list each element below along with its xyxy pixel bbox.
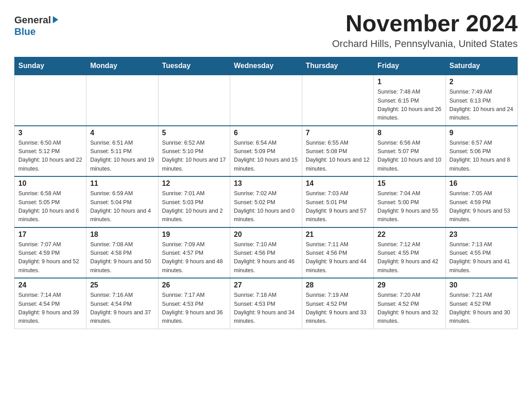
table-row: 10Sunrise: 6:58 AM Sunset: 5:05 PM Dayli… [15, 176, 86, 227]
logo: General Blue [14, 14, 59, 38]
table-row [158, 75, 230, 126]
calendar-week-row: 17Sunrise: 7:07 AM Sunset: 4:59 PM Dayli… [15, 227, 518, 278]
header-thursday: Thursday [302, 57, 373, 75]
calendar-week-row: 24Sunrise: 7:14 AM Sunset: 4:54 PM Dayli… [15, 278, 518, 329]
day-number: 4 [90, 129, 154, 137]
table-row [230, 75, 302, 126]
svg-marker-0 [53, 16, 58, 23]
day-number: 21 [306, 231, 370, 239]
table-row: 21Sunrise: 7:11 AM Sunset: 4:56 PM Dayli… [302, 227, 373, 278]
day-number: 26 [162, 281, 226, 289]
day-info: Sunrise: 7:12 AM Sunset: 4:55 PM Dayligh… [378, 240, 442, 275]
table-row: 16Sunrise: 7:05 AM Sunset: 4:59 PM Dayli… [446, 176, 517, 227]
day-info: Sunrise: 6:54 AM Sunset: 5:09 PM Dayligh… [234, 139, 298, 174]
day-number: 2 [450, 78, 514, 86]
day-number: 1 [378, 78, 442, 86]
day-number: 15 [378, 180, 442, 188]
table-row: 5Sunrise: 6:52 AM Sunset: 5:10 PM Daylig… [158, 126, 230, 177]
day-info: Sunrise: 7:17 AM Sunset: 4:53 PM Dayligh… [162, 291, 226, 326]
day-info: Sunrise: 7:10 AM Sunset: 4:56 PM Dayligh… [234, 240, 298, 275]
day-info: Sunrise: 6:56 AM Sunset: 5:07 PM Dayligh… [378, 139, 442, 174]
day-info: Sunrise: 7:13 AM Sunset: 4:55 PM Dayligh… [450, 240, 514, 275]
day-number: 28 [306, 281, 370, 289]
table-row: 9Sunrise: 6:57 AM Sunset: 5:06 PM Daylig… [446, 126, 517, 177]
day-number: 18 [90, 231, 154, 239]
table-row: 14Sunrise: 7:03 AM Sunset: 5:01 PM Dayli… [302, 176, 373, 227]
weekday-header-row: Sunday Monday Tuesday Wednesday Thursday… [15, 57, 518, 75]
day-info: Sunrise: 7:49 AM Sunset: 6:13 PM Dayligh… [450, 88, 514, 123]
table-row: 25Sunrise: 7:16 AM Sunset: 4:54 PM Dayli… [86, 278, 158, 329]
day-info: Sunrise: 7:07 AM Sunset: 4:59 PM Dayligh… [18, 240, 82, 275]
table-row: 11Sunrise: 6:59 AM Sunset: 5:04 PM Dayli… [86, 176, 158, 227]
day-number: 22 [378, 231, 442, 239]
logo-general-text: General [14, 14, 51, 26]
day-number: 10 [18, 180, 82, 188]
table-row: 3Sunrise: 6:50 AM Sunset: 5:12 PM Daylig… [15, 126, 86, 177]
calendar-week-row: 3Sunrise: 6:50 AM Sunset: 5:12 PM Daylig… [15, 126, 518, 177]
day-number: 30 [450, 281, 514, 289]
header-saturday: Saturday [446, 57, 517, 75]
day-number: 8 [378, 129, 442, 137]
table-row: 2Sunrise: 7:49 AM Sunset: 6:13 PM Daylig… [446, 75, 517, 126]
day-info: Sunrise: 6:58 AM Sunset: 5:05 PM Dayligh… [18, 189, 82, 224]
calendar-week-row: 10Sunrise: 6:58 AM Sunset: 5:05 PM Dayli… [15, 176, 518, 227]
table-row: 26Sunrise: 7:17 AM Sunset: 4:53 PM Dayli… [158, 278, 230, 329]
table-row: 12Sunrise: 7:01 AM Sunset: 5:03 PM Dayli… [158, 176, 230, 227]
table-row [302, 75, 373, 126]
table-row: 6Sunrise: 6:54 AM Sunset: 5:09 PM Daylig… [230, 126, 302, 177]
table-row: 30Sunrise: 7:21 AM Sunset: 4:52 PM Dayli… [446, 278, 517, 329]
header-tuesday: Tuesday [158, 57, 230, 75]
day-info: Sunrise: 6:55 AM Sunset: 5:08 PM Dayligh… [306, 139, 370, 174]
day-number: 7 [306, 129, 370, 137]
table-row: 20Sunrise: 7:10 AM Sunset: 4:56 PM Dayli… [230, 227, 302, 278]
table-row: 22Sunrise: 7:12 AM Sunset: 4:55 PM Dayli… [374, 227, 446, 278]
day-number: 13 [234, 180, 298, 188]
day-number: 17 [18, 231, 82, 239]
header-wednesday: Wednesday [230, 57, 302, 75]
day-number: 9 [450, 129, 514, 137]
header-friday: Friday [374, 57, 446, 75]
day-info: Sunrise: 7:09 AM Sunset: 4:57 PM Dayligh… [162, 240, 226, 275]
day-info: Sunrise: 6:50 AM Sunset: 5:12 PM Dayligh… [18, 139, 82, 174]
day-info: Sunrise: 7:04 AM Sunset: 5:00 PM Dayligh… [378, 189, 442, 224]
day-info: Sunrise: 6:57 AM Sunset: 5:06 PM Dayligh… [450, 139, 514, 174]
table-row: 18Sunrise: 7:08 AM Sunset: 4:58 PM Dayli… [86, 227, 158, 278]
logo-blue-text: Blue [14, 26, 36, 37]
day-info: Sunrise: 6:59 AM Sunset: 5:04 PM Dayligh… [90, 189, 154, 224]
day-info: Sunrise: 7:16 AM Sunset: 4:54 PM Dayligh… [90, 291, 154, 326]
day-number: 27 [234, 281, 298, 289]
day-number: 12 [162, 180, 226, 188]
table-row: 19Sunrise: 7:09 AM Sunset: 4:57 PM Dayli… [158, 227, 230, 278]
calendar-week-row: 1Sunrise: 7:48 AM Sunset: 6:15 PM Daylig… [15, 75, 518, 126]
table-row: 27Sunrise: 7:18 AM Sunset: 4:53 PM Dayli… [230, 278, 302, 329]
table-row: 17Sunrise: 7:07 AM Sunset: 4:59 PM Dayli… [15, 227, 86, 278]
table-row: 28Sunrise: 7:19 AM Sunset: 4:52 PM Dayli… [302, 278, 373, 329]
day-number: 11 [90, 180, 154, 188]
table-row: 7Sunrise: 6:55 AM Sunset: 5:08 PM Daylig… [302, 126, 373, 177]
day-info: Sunrise: 7:18 AM Sunset: 4:53 PM Dayligh… [234, 291, 298, 326]
day-info: Sunrise: 7:14 AM Sunset: 4:54 PM Dayligh… [18, 291, 82, 326]
table-row: 13Sunrise: 7:02 AM Sunset: 5:02 PM Dayli… [230, 176, 302, 227]
header-monday: Monday [86, 57, 158, 75]
month-title: November 2024 [332, 11, 518, 36]
day-info: Sunrise: 7:01 AM Sunset: 5:03 PM Dayligh… [162, 189, 226, 224]
page-header: General Blue November 2024 Orchard Hills… [14, 11, 518, 50]
day-info: Sunrise: 7:20 AM Sunset: 4:52 PM Dayligh… [378, 291, 442, 326]
day-number: 14 [306, 180, 370, 188]
table-row: 23Sunrise: 7:13 AM Sunset: 4:55 PM Dayli… [446, 227, 517, 278]
header-sunday: Sunday [15, 57, 86, 75]
title-section: November 2024 Orchard Hills, Pennsylvani… [332, 11, 518, 50]
calendar-table: Sunday Monday Tuesday Wednesday Thursday… [14, 57, 518, 329]
table-row: 29Sunrise: 7:20 AM Sunset: 4:52 PM Dayli… [374, 278, 446, 329]
table-row: 15Sunrise: 7:04 AM Sunset: 5:00 PM Dayli… [374, 176, 446, 227]
table-row [86, 75, 158, 126]
day-number: 29 [378, 281, 442, 289]
table-row: 8Sunrise: 6:56 AM Sunset: 5:07 PM Daylig… [374, 126, 446, 177]
day-info: Sunrise: 7:02 AM Sunset: 5:02 PM Dayligh… [234, 189, 298, 224]
day-number: 24 [18, 281, 82, 289]
location-subtitle: Orchard Hills, Pennsylvania, United Stat… [332, 38, 518, 50]
day-info: Sunrise: 7:48 AM Sunset: 6:15 PM Dayligh… [378, 88, 442, 123]
table-row: 24Sunrise: 7:14 AM Sunset: 4:54 PM Dayli… [15, 278, 86, 329]
day-number: 16 [450, 180, 514, 188]
day-info: Sunrise: 7:21 AM Sunset: 4:52 PM Dayligh… [450, 291, 514, 326]
